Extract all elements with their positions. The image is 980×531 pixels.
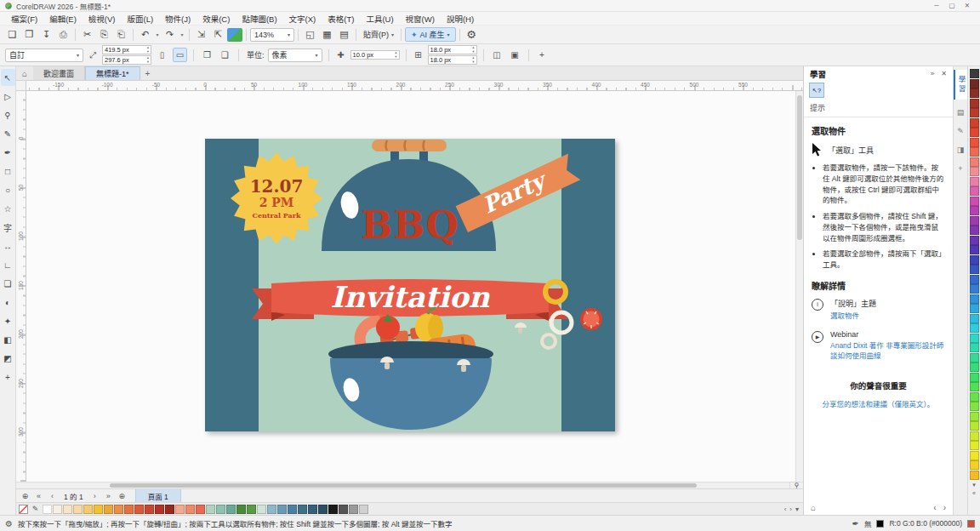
color-swatch[interactable] bbox=[175, 505, 185, 514]
color-swatch[interactable] bbox=[970, 255, 979, 265]
color-swatch[interactable] bbox=[349, 505, 358, 514]
shape-tool[interactable]: ▷ bbox=[1, 88, 15, 105]
menu-item[interactable]: 工具(U) bbox=[360, 13, 399, 25]
copy-button[interactable]: ⎘ bbox=[96, 27, 112, 43]
color-swatch[interactable] bbox=[104, 505, 113, 514]
first-page-button[interactable]: « bbox=[33, 492, 44, 500]
zoom-level-combobox[interactable]: 143% ▾ bbox=[250, 28, 294, 42]
color-swatch[interactable] bbox=[196, 505, 205, 514]
color-swatch[interactable] bbox=[134, 505, 144, 514]
color-swatch[interactable] bbox=[970, 177, 979, 186]
stepper-icon[interactable]: ▴▾ bbox=[472, 46, 474, 54]
palette-scroll-down-icon[interactable]: ▾ bbox=[972, 482, 976, 488]
freehand-tool[interactable]: ✎ bbox=[1, 125, 15, 142]
docker-icon-3[interactable]: ◨ bbox=[957, 146, 965, 154]
color-swatch[interactable] bbox=[970, 460, 979, 470]
stepper-icon[interactable]: ▴▾ bbox=[472, 56, 474, 64]
menu-item[interactable]: 檢視(V) bbox=[83, 13, 122, 25]
show-grid-toggle[interactable]: ▤ bbox=[336, 27, 352, 43]
color-swatch[interactable] bbox=[970, 284, 979, 294]
color-swatch[interactable] bbox=[206, 505, 215, 514]
color-swatch[interactable] bbox=[216, 505, 225, 514]
color-swatch[interactable] bbox=[970, 186, 979, 196]
menu-item[interactable]: 編輯(E) bbox=[43, 13, 83, 25]
dimension-tool[interactable]: ↔ bbox=[1, 237, 15, 254]
wireframe-toggle[interactable]: ▣ bbox=[508, 48, 522, 62]
polygon-tool[interactable]: ☆ bbox=[1, 200, 15, 217]
docker-close-icon[interactable]: ✕ bbox=[941, 70, 947, 77]
horizontal-scrollbar[interactable] bbox=[16, 482, 789, 488]
add-page-button[interactable]: ⊕ bbox=[20, 492, 31, 500]
docker-tab-learn[interactable]: 學習 bbox=[954, 70, 967, 100]
more-tools-button[interactable]: + bbox=[1, 368, 15, 385]
color-swatch[interactable] bbox=[970, 343, 979, 352]
nudge-distance-field[interactable]: 10.0 px ▴▾ bbox=[350, 50, 400, 60]
page-size-preset-combobox[interactable]: 自訂 ▾ bbox=[5, 49, 83, 62]
vertical-scrollbar[interactable] bbox=[795, 91, 803, 482]
stepper-icon[interactable]: ▴▾ bbox=[147, 46, 149, 54]
all-pages-settings-button[interactable]: ❑ bbox=[218, 48, 232, 62]
open-button[interactable]: ❒ bbox=[21, 27, 37, 43]
menu-item[interactable]: 檔案(F) bbox=[5, 13, 43, 25]
color-swatch[interactable] bbox=[318, 505, 328, 514]
color-swatch[interactable] bbox=[53, 505, 62, 514]
menu-item[interactable]: 說明(H) bbox=[441, 13, 480, 25]
options-button[interactable]: ⚙ bbox=[464, 27, 480, 43]
application-launcher-icon[interactable] bbox=[227, 28, 242, 42]
color-swatch[interactable] bbox=[83, 505, 93, 514]
color-swatch[interactable] bbox=[970, 323, 979, 333]
tab-untitled-document[interactable]: 無標題-1* bbox=[85, 66, 140, 80]
last-page-button[interactable]: » bbox=[103, 492, 114, 500]
show-rulers-toggle[interactable]: ▦ bbox=[319, 27, 335, 43]
color-swatch[interactable] bbox=[165, 505, 174, 514]
drop-shadow-tool[interactable]: ❏ bbox=[1, 275, 15, 292]
invitation-ribbon[interactable]: Invitation bbox=[252, 279, 568, 321]
document-page[interactable]: BBQ Party 12.07 2 PM bbox=[205, 139, 615, 431]
connector-tool[interactable]: ∟ bbox=[1, 256, 15, 273]
color-swatch[interactable] bbox=[94, 505, 103, 514]
color-swatch[interactable] bbox=[185, 505, 195, 514]
color-swatch[interactable] bbox=[970, 304, 979, 313]
color-swatch[interactable] bbox=[970, 88, 979, 98]
vertical-scrollbar-thumb[interactable] bbox=[797, 95, 802, 240]
palette-scroll-right-icon[interactable]: › bbox=[789, 505, 792, 513]
color-swatch[interactable] bbox=[226, 505, 236, 514]
menu-item[interactable]: 效果(C) bbox=[197, 13, 236, 25]
color-swatch[interactable] bbox=[970, 431, 979, 441]
color-swatch[interactable] bbox=[236, 505, 246, 514]
vertical-ruler[interactable]: 050100150200250300 bbox=[16, 91, 26, 482]
text-tool[interactable]: 字 bbox=[1, 219, 15, 236]
customize-property-bar-button[interactable]: + bbox=[535, 48, 550, 62]
redo-dropdown-icon[interactable]: ▾ bbox=[179, 27, 185, 43]
color-swatch[interactable] bbox=[43, 505, 52, 514]
landscape-orientation-button[interactable]: ▭ bbox=[173, 48, 187, 62]
color-swatch[interactable] bbox=[970, 128, 979, 137]
cut-button[interactable]: ✂ bbox=[79, 27, 95, 43]
color-swatch[interactable] bbox=[288, 505, 297, 514]
add-page-button-end[interactable]: ⊕ bbox=[117, 492, 128, 500]
undo-dropdown-icon[interactable]: ▾ bbox=[154, 27, 161, 43]
docker-icon-1[interactable]: ▤ bbox=[957, 108, 965, 117]
color-swatch[interactable] bbox=[970, 99, 979, 108]
menu-item[interactable]: 視窗(W) bbox=[400, 13, 441, 25]
page-width-field[interactable]: 419.5 px ▴▾ bbox=[102, 45, 151, 54]
color-swatch[interactable] bbox=[970, 265, 979, 274]
color-swatch[interactable] bbox=[970, 412, 979, 421]
color-swatch[interactable] bbox=[328, 505, 338, 514]
home-icon[interactable]: ⌂ bbox=[811, 503, 816, 512]
feedback-link[interactable]: 分享您的想法和建議（僅限英文）。 bbox=[823, 400, 935, 408]
portrait-orientation-button[interactable]: ▯ bbox=[155, 48, 169, 62]
undo-button[interactable]: ↶ bbox=[137, 27, 153, 43]
menu-item[interactable]: 版面(L) bbox=[121, 13, 159, 25]
docker-collapse-icon[interactable]: » bbox=[931, 70, 934, 77]
new-document-button[interactable]: ❑ bbox=[4, 27, 20, 43]
stepper-icon[interactable]: ▴▾ bbox=[395, 51, 396, 59]
menu-item[interactable]: 物件(J) bbox=[159, 13, 197, 25]
color-swatch[interactable] bbox=[970, 471, 979, 480]
transparency-tool[interactable]: ◐ bbox=[1, 294, 15, 311]
redo-button[interactable]: ↷ bbox=[162, 27, 178, 43]
color-swatch[interactable] bbox=[970, 138, 979, 147]
color-swatch[interactable] bbox=[359, 505, 368, 514]
artistic-media-tool[interactable]: ✒ bbox=[1, 144, 15, 161]
color-swatch[interactable] bbox=[970, 373, 979, 382]
